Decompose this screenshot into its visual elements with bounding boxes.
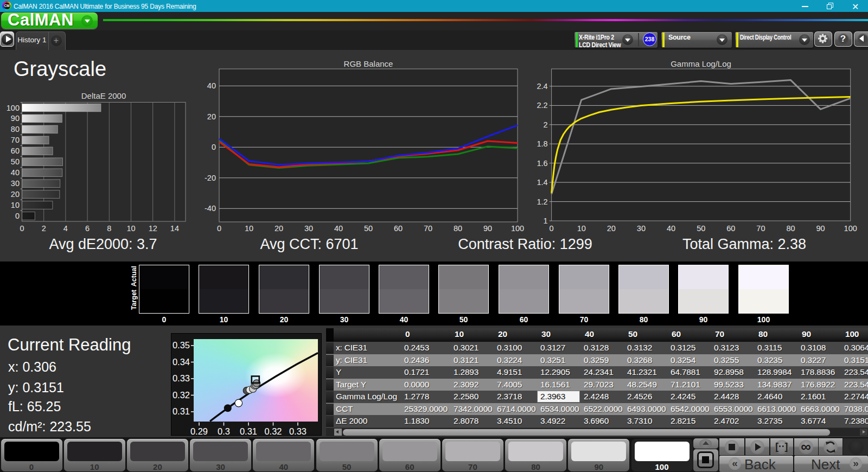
svg-text:0.35: 0.35 (173, 340, 190, 350)
svg-text:10: 10 (577, 224, 586, 233)
svg-text:40: 40 (207, 81, 216, 90)
svg-text:2: 2 (42, 224, 46, 233)
svg-text:1: 1 (544, 216, 548, 225)
svg-text:80: 80 (11, 125, 20, 133)
svg-text:90: 90 (11, 114, 20, 123)
svg-text:10: 10 (11, 201, 20, 209)
svg-text:50: 50 (364, 224, 373, 233)
svg-text:30: 30 (637, 224, 646, 233)
svg-text:2: 2 (544, 120, 548, 129)
svg-text:0.31: 0.31 (240, 426, 257, 436)
svg-text:60: 60 (726, 224, 735, 233)
svg-text:2.4: 2.4 (537, 82, 547, 91)
svg-text:40: 40 (11, 168, 20, 177)
svg-text:Avg CCT: 6701: Avg CCT: 6701 (260, 236, 358, 252)
svg-text:6: 6 (85, 224, 90, 233)
svg-text:30: 30 (304, 224, 313, 233)
svg-text:70: 70 (11, 136, 20, 144)
svg-text:50: 50 (11, 157, 20, 166)
svg-text:20: 20 (275, 224, 283, 233)
svg-text:40: 40 (667, 224, 675, 233)
svg-text:0.29: 0.29 (190, 426, 208, 436)
svg-text:40: 40 (334, 224, 343, 233)
svg-text:12: 12 (149, 224, 157, 233)
svg-text:0.34: 0.34 (173, 357, 190, 367)
svg-text:60: 60 (394, 224, 403, 233)
svg-text:2.2: 2.2 (537, 101, 547, 110)
svg-text:0.33: 0.33 (289, 426, 307, 436)
svg-text:-20: -20 (205, 174, 216, 182)
svg-text:90: 90 (483, 224, 492, 233)
svg-text:1.4: 1.4 (537, 178, 547, 187)
svg-text:1.8: 1.8 (537, 139, 547, 148)
svg-text:-40: -40 (205, 204, 216, 213)
svg-text:0: 0 (212, 143, 216, 151)
svg-text:0: 0 (217, 224, 221, 233)
svg-text:0.3: 0.3 (218, 426, 230, 436)
svg-text:20: 20 (11, 190, 20, 199)
svg-text:0.33: 0.33 (173, 373, 190, 383)
svg-text:20: 20 (207, 112, 216, 121)
svg-text:60: 60 (11, 146, 20, 155)
svg-text:Contrast Ratio: 1299: Contrast Ratio: 1299 (458, 236, 592, 252)
svg-text:8: 8 (107, 224, 111, 233)
svg-text:100: 100 (844, 224, 857, 233)
svg-text:70: 70 (424, 224, 432, 233)
svg-text:70: 70 (756, 224, 765, 233)
svg-text:DeltaE 2000: DeltaE 2000 (81, 91, 126, 100)
svg-text:50: 50 (697, 224, 705, 233)
svg-text:100: 100 (7, 104, 20, 112)
svg-text:10: 10 (245, 224, 253, 233)
svg-text:4: 4 (63, 224, 68, 233)
svg-text:80: 80 (454, 224, 462, 233)
svg-text:0.32: 0.32 (264, 426, 282, 436)
svg-text:20: 20 (607, 224, 616, 233)
svg-text:100: 100 (511, 224, 524, 233)
svg-text:1.2: 1.2 (537, 197, 547, 206)
svg-text:RGB Balance: RGB Balance (344, 59, 393, 68)
svg-text:0: 0 (15, 212, 20, 220)
svg-text:80: 80 (786, 224, 795, 233)
svg-text:30: 30 (11, 179, 20, 188)
svg-text:Total Gamma: 2.38: Total Gamma: 2.38 (682, 236, 806, 252)
svg-text:Avg dE2000: 3.7: Avg dE2000: 3.7 (49, 236, 157, 252)
svg-text:10: 10 (126, 224, 135, 233)
svg-text:0: 0 (550, 224, 554, 233)
svg-text:0.31: 0.31 (173, 406, 190, 416)
svg-text:0: 0 (20, 224, 24, 233)
svg-text:0.32: 0.32 (173, 390, 190, 400)
svg-text:1.6: 1.6 (537, 159, 547, 168)
svg-text:90: 90 (816, 224, 825, 233)
svg-text:Gamma Log/Log: Gamma Log/Log (671, 59, 731, 68)
svg-text:14: 14 (170, 224, 179, 233)
